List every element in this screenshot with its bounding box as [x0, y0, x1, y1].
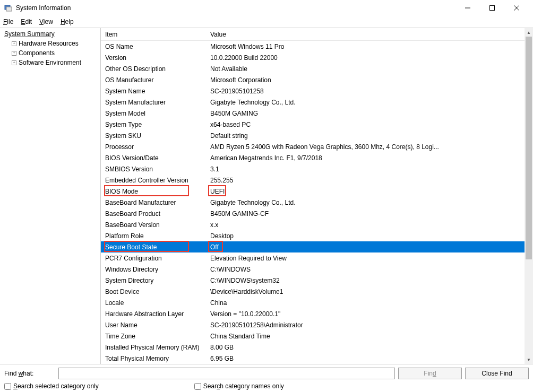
close-button[interactable] — [504, 0, 529, 16]
cell-value: B450M GAMING-CF — [210, 210, 525, 217]
menu-file[interactable]: File — [3, 18, 13, 25]
table-row[interactable]: Boot Device\Device\HarddiskVolume1 — [101, 286, 525, 297]
cell-value: Off — [210, 243, 525, 251]
cell-item: Embedded Controller Version — [105, 177, 210, 184]
tree-pane: System Summary + Hardware Resources + Co… — [0, 28, 101, 364]
table-row[interactable]: Total Physical Memory6.95 GB — [101, 353, 525, 364]
cell-value: x64-based PC — [210, 121, 525, 128]
find-label: Find what: — [4, 370, 55, 377]
cell-value: Desktop — [210, 232, 525, 240]
scroll-up-button[interactable]: ▲ — [525, 28, 533, 37]
cell-item: BaseBoard Version — [105, 221, 210, 229]
table-row[interactable]: Hardware Abstraction LayerVersion = "10.… — [101, 308, 525, 319]
cell-value: Microsoft Windows 11 Pro — [210, 43, 525, 50]
table-row[interactable]: Windows DirectoryC:\WINDOWS — [101, 264, 525, 275]
cell-value: China — [210, 299, 525, 307]
tree-child-label: Components — [19, 49, 55, 57]
cell-value: China Standard Time — [210, 333, 525, 340]
table-row[interactable]: ProcessorAMD Ryzen 5 2400G with Radeon V… — [101, 141, 525, 152]
cell-item: System Name — [105, 88, 210, 95]
expander-icon[interactable]: + — [12, 60, 16, 65]
table-row[interactable]: Platform RoleDesktop — [101, 230, 525, 241]
cell-value: C:\WINDOWS — [210, 266, 525, 273]
cell-item: Installed Physical Memory (RAM) — [105, 344, 210, 351]
find-button[interactable]: Find — [398, 368, 462, 379]
table-row[interactable]: BIOS ModeUEFI — [101, 186, 525, 197]
table-row[interactable]: SMBIOS Version3.1 — [101, 163, 525, 175]
tree-components[interactable]: + Components — [0, 48, 100, 58]
tree-child-label: Software Environment — [19, 59, 81, 66]
cell-value: SC-201905101258 — [210, 88, 525, 95]
cell-item: Version — [105, 54, 210, 62]
table-row[interactable]: System Typex64-based PC — [101, 119, 525, 130]
table-row[interactable]: Time ZoneChina Standard Time — [101, 330, 525, 342]
bottombar: Find what: Find Close Find Search select… — [0, 364, 533, 392]
check-selected-label: Search selected category only — [13, 382, 99, 390]
cell-value: Version = "10.0.22000.1" — [210, 310, 525, 318]
table-row[interactable]: Other OS DescriptionNot Available — [101, 63, 525, 74]
table-row[interactable]: OS NameMicrosoft Windows 11 Pro — [101, 41, 525, 52]
find-button-label: Find — [424, 370, 436, 377]
cell-value: C:\WINDOWS\system32 — [210, 277, 525, 284]
table-row[interactable]: BIOS Version/DateAmerican Megatrends Inc… — [101, 152, 525, 163]
column-value[interactable]: Value — [210, 31, 525, 38]
check-category-names-box[interactable] — [194, 383, 201, 390]
cell-item: BIOS Version/Date — [105, 154, 210, 162]
table-row[interactable]: OS ManufacturerMicrosoft Corporation — [101, 74, 525, 85]
table-row[interactable]: System DirectoryC:\WINDOWS\system32 — [101, 275, 525, 286]
maximize-button[interactable] — [480, 0, 504, 16]
tree-system-summary[interactable]: System Summary — [0, 29, 100, 39]
table-row[interactable]: LocaleChina — [101, 297, 525, 308]
table-row[interactable]: Installed Physical Memory (RAM)8.00 GB — [101, 342, 525, 353]
table-row[interactable]: System NameSC-201905101258 — [101, 85, 525, 97]
expander-icon[interactable]: + — [12, 41, 16, 46]
close-find-button[interactable]: Close Find — [465, 368, 529, 379]
list-inner: Item Value OS NameMicrosoft Windows 11 P… — [101, 28, 525, 364]
scroll-down-button[interactable]: ▼ — [525, 355, 533, 364]
tree-software-environment[interactable]: + Software Environment — [0, 58, 100, 67]
cell-value: American Megatrends Inc. F1, 9/7/2018 — [210, 154, 525, 162]
cell-item: Windows Directory — [105, 266, 210, 273]
table-row[interactable]: BaseBoard ManufacturerGigabyte Technolog… — [101, 197, 525, 208]
menu-help[interactable]: Help — [61, 18, 74, 25]
app-icon — [4, 4, 13, 12]
menu-view[interactable]: View — [39, 18, 53, 25]
menu-edit[interactable]: Edit — [21, 18, 32, 25]
cell-item: Locale — [105, 299, 210, 307]
list-header: Item Value — [101, 28, 525, 41]
check-selected-category[interactable]: Search selected category only — [4, 382, 99, 390]
menubar: File Edit View Help — [0, 16, 533, 28]
check-names-label: Search category names only — [203, 382, 284, 390]
cell-item: PCR7 Configuration — [105, 255, 210, 262]
check-category-names[interactable]: Search category names only — [194, 382, 284, 390]
cell-item: System Directory — [105, 277, 210, 284]
table-row[interactable]: BaseBoard Versionx.x — [101, 219, 525, 230]
table-row[interactable]: Embedded Controller Version255.255 — [101, 175, 525, 186]
table-row[interactable]: Version10.0.22000 Build 22000 — [101, 52, 525, 63]
tree-root-label: System Summary — [4, 30, 55, 38]
titlebar: System Information — [0, 0, 533, 16]
table-row[interactable]: System SKUDefault string — [101, 130, 525, 141]
table-row[interactable]: BaseBoard ProductB450M GAMING-CF — [101, 208, 525, 219]
table-row[interactable]: PCR7 ConfigurationElevation Required to … — [101, 252, 525, 264]
svg-rect-3 — [490, 6, 495, 11]
find-input[interactable] — [58, 368, 395, 379]
table-row[interactable]: Secure Boot StateOff — [101, 241, 525, 252]
expander-icon[interactable]: + — [12, 51, 16, 56]
cell-item: Time Zone — [105, 333, 210, 340]
table-row[interactable]: User NameSC-201905101258\Administrator — [101, 319, 525, 330]
table-row[interactable]: System ModelB450M GAMING — [101, 108, 525, 119]
cell-item: Total Physical Memory — [105, 355, 210, 362]
table-row[interactable]: System ManufacturerGigabyte Technology C… — [101, 97, 525, 108]
column-item[interactable]: Item — [105, 31, 210, 38]
cell-value: 6.95 GB — [210, 355, 525, 362]
minimize-button[interactable] — [455, 0, 480, 16]
cell-item: System SKU — [105, 132, 210, 140]
scroll-thumb[interactable] — [526, 37, 532, 259]
cell-value: AMD Ryzen 5 2400G with Radeon Vega Graph… — [210, 143, 525, 151]
check-selected-category-box[interactable] — [4, 383, 11, 390]
cell-item: BIOS Mode — [105, 188, 210, 195]
scrollbar[interactable]: ▲ ▼ — [525, 28, 533, 364]
cell-value: B450M GAMING — [210, 110, 525, 117]
tree-hardware-resources[interactable]: + Hardware Resources — [0, 39, 100, 48]
